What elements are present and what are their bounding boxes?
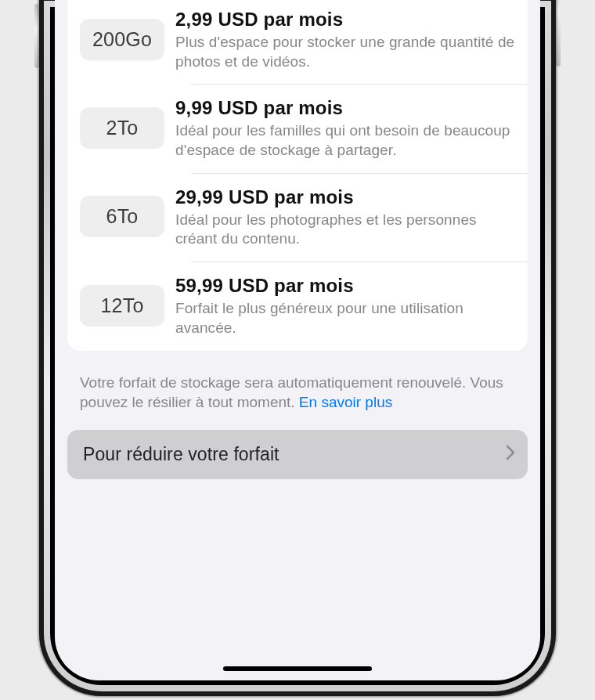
plan-desc: Idéal pour les familles qui ont besoin d… xyxy=(175,121,515,160)
plan-price: 9,99 USD par mois xyxy=(175,97,515,119)
reduce-plan-button[interactable]: Pour réduire votre forfait xyxy=(67,430,528,479)
phone-frame: 200Go 2,99 USD par mois Plus d'espace po… xyxy=(39,0,556,696)
plan-row[interactable]: 12To 59,99 USD par mois Forfait le plus … xyxy=(67,262,528,350)
side-button xyxy=(556,0,561,67)
plan-desc: Plus d'espace pour stocker une grande qu… xyxy=(175,33,515,71)
plan-price: 29,99 USD par mois xyxy=(175,186,515,208)
reduce-plan-label: Pour réduire votre forfait xyxy=(83,444,279,465)
renewal-footnote: Votre forfait de stockage sera automatiq… xyxy=(80,373,515,413)
plan-desc: Forfait le plus généreux pour une utilis… xyxy=(175,299,515,337)
plan-row[interactable]: 6To 29,99 USD par mois Idéal pour les ph… xyxy=(67,174,528,262)
plans-card: 200Go 2,99 USD par mois Plus d'espace po… xyxy=(67,0,528,351)
plan-size-badge: 6To xyxy=(80,196,164,237)
plan-size-badge: 2To xyxy=(80,107,164,149)
home-indicator[interactable] xyxy=(223,666,372,671)
chevron-right-icon xyxy=(506,445,515,464)
plan-size-badge: 200Go xyxy=(80,19,164,60)
plan-size-badge: 12To xyxy=(80,285,164,327)
plan-price: 2,99 USD par mois xyxy=(175,9,515,31)
screen: 200Go 2,99 USD par mois Plus d'espace po… xyxy=(55,0,540,680)
plan-desc: Idéal pour les photographes et les perso… xyxy=(175,211,515,249)
plan-price: 59,99 USD par mois xyxy=(175,275,515,297)
footnote-text: Votre forfait de stockage sera automatiq… xyxy=(80,374,503,411)
learn-more-link[interactable]: En savoir plus xyxy=(299,394,392,410)
plan-row[interactable]: 2To 9,99 USD par mois Idéal pour les fam… xyxy=(67,85,528,172)
plan-row[interactable]: 200Go 2,99 USD par mois Plus d'espace po… xyxy=(67,0,528,84)
